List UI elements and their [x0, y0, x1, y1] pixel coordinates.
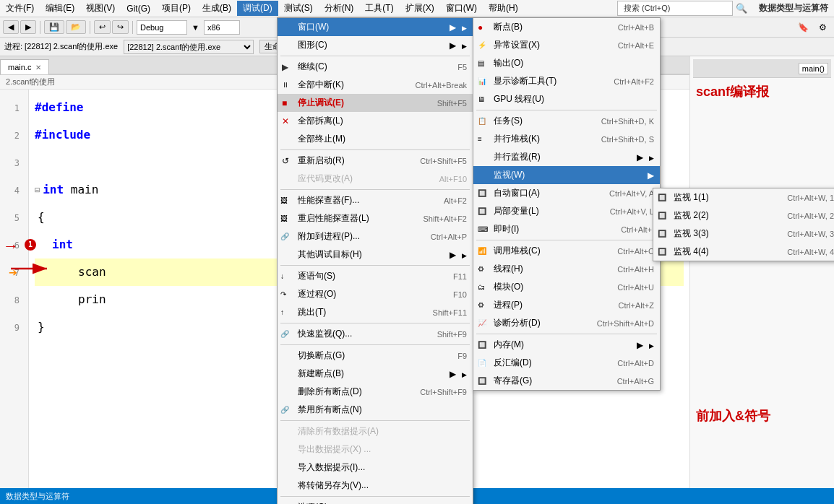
search-box[interactable]: 搜索 (Ctrl+Q) — [617, 1, 733, 16]
window-tasks[interactable]: 📋 任务(S) Ctrl+Shift+D, K — [473, 112, 660, 130]
debug-menu-toggle-bp[interactable]: 切换断点(G) F9 — [278, 347, 473, 365]
window-locals[interactable]: 🔲 局部变量(L) Ctrl+Alt+V, L — [473, 202, 660, 220]
quick-watch-icon: 🔗 — [280, 330, 289, 338]
attach-icon: 🔗 — [280, 233, 289, 240]
arrow-right-icon-4: ▶ — [450, 369, 467, 379]
debug-menu-disable-bp[interactable]: 🔗 禁用所有断点(N) — [278, 401, 473, 419]
detach-icon: ✕ — [282, 116, 289, 126]
debug-menu-profiler[interactable]: 🖼 性能探查器(F)... Alt+F2 — [278, 191, 473, 209]
window-gpu[interactable]: 🖥 GPU 线程(U) — [473, 90, 660, 108]
debug-menu-break-all[interactable]: ⏸ 全部中断(K) Ctrl+Alt+Break — [278, 76, 473, 94]
menu-build[interactable]: 生成(B) — [197, 1, 237, 16]
process-select[interactable]: [22812] 2.scanf的使用.exe — [124, 40, 254, 54]
menubar: 文件(F) 编辑(E) 视图(V) Git(G) 项目(P) 生成(B) 调试(… — [0, 0, 834, 17]
window-processes[interactable]: ⚙ 进程(P) Ctrl+Alt+Z — [473, 296, 660, 314]
window-breakpoints[interactable]: ● 断点(B) Ctrl+Alt+B — [473, 18, 660, 36]
callstack-icon: 📶 — [478, 247, 486, 255]
open-btn[interactable]: 📂 — [66, 20, 86, 34]
watch-4[interactable]: 🔲 监视 4(4) Ctrl+Alt+W, 4 — [653, 243, 834, 261]
line-3: 3 — [0, 150, 24, 178]
menu-view[interactable]: 视图(V) — [80, 1, 121, 16]
window-output[interactable]: ▤ 输出(O) — [473, 54, 660, 72]
debug-menu-delete-bp[interactable]: 删除所有断点(D) Ctrl+Shift+F9 — [278, 383, 473, 401]
debug-menu-new-bp[interactable]: 新建断点(B) ▶ — [278, 365, 473, 383]
window-call-stack[interactable]: 📶 调用堆栈(C) Ctrl+Alt+C — [473, 242, 660, 260]
debug-menu-save-dump[interactable]: 将转储另存为(V)... — [278, 477, 473, 495]
tab-main-c[interactable]: main.c ✕ — [0, 59, 49, 74]
sep3 — [280, 189, 470, 190]
undo-btn[interactable]: ↩ — [94, 20, 111, 34]
debug-menu-restart[interactable]: ↺ 重新启动(R) Ctrl+Shift+F5 — [278, 152, 473, 170]
bookmark-icon[interactable]: 🔖 — [794, 22, 813, 32]
debug-menu-graphics[interactable]: 图形(C) ▶ — [278, 36, 473, 54]
sep4 — [280, 265, 470, 266]
debug-menu-step-over[interactable]: ↷ 逐过程(O) F10 — [278, 285, 473, 303]
line-1: 1 — [0, 95, 24, 123]
settings-icon[interactable]: ⚙ — [814, 22, 831, 32]
menu-git[interactable]: Git(G) — [121, 2, 156, 15]
menu-debug[interactable]: 调试(D) — [237, 1, 278, 16]
debug-menu-clear-tips[interactable]: 清除所有数据提示(A) — [278, 422, 473, 440]
menu-project[interactable]: 项目(P) — [156, 1, 197, 16]
shortcut-continue: F5 — [457, 63, 467, 71]
redo-btn[interactable]: ↪ — [112, 20, 129, 34]
debug-menu-step-into[interactable]: ↓ 逐语句(S) F11 — [278, 267, 473, 285]
debug-menu-continue[interactable]: ▶ 继续(C) F5 — [278, 58, 473, 76]
menu-extend[interactable]: 扩展(X) — [400, 1, 440, 16]
debug-menu-quick-watch[interactable]: 🔗 快速监视(Q)... Shift+F9 — [278, 325, 473, 343]
menu-edit[interactable]: 编辑(E) — [40, 1, 80, 16]
debug-menu-attach[interactable]: 🔗 附加到进程(P)... Ctrl+Alt+P — [278, 227, 473, 246]
debug-menu-export-tips[interactable]: 导出数据提示(X) ... — [278, 440, 473, 459]
platform-input[interactable] — [204, 20, 240, 35]
save-btn[interactable]: 💾 — [44, 20, 64, 34]
debug-menu-other-targets[interactable]: 其他调试目标(H) ▶ — [278, 246, 473, 264]
watch-2[interactable]: 🔲 监视 2(2) Ctrl+Alt+W, 2 — [653, 207, 834, 225]
debug-menu-terminate[interactable]: 全部终止(M) — [278, 130, 473, 148]
debug-menu-detach[interactable]: ✕ 全部拆离(L) — [278, 112, 473, 130]
window-memory[interactable]: 🔲 内存(M) ▶ — [473, 336, 660, 354]
sep6 — [280, 344, 470, 345]
step-out-icon: ↑ — [280, 308, 284, 316]
nav-forward[interactable]: ▶ — [20, 20, 36, 34]
window-diag-analysis[interactable]: 📈 诊断分析(D) Ctrl+Shift+Alt+D — [473, 314, 660, 332]
step-into-icon: ↓ — [280, 272, 284, 280]
window-disassembly[interactable]: 📄 反汇编(D) Ctrl+Alt+D — [473, 354, 660, 372]
debug-menu-import-tips[interactable]: 导入数据提示(I)... — [278, 459, 473, 477]
window-exceptions[interactable]: ⚡ 异常设置(X) Ctrl+Alt+E — [473, 36, 660, 54]
window-threads[interactable]: ⚙ 线程(H) Ctrl+Alt+H — [473, 260, 660, 278]
menu-test[interactable]: 测试(S) — [278, 1, 319, 16]
tab-label: main.c — [8, 63, 31, 71]
window-parallel-stacks[interactable]: ≡ 并行堆栈(K) Ctrl+Shift+D, S — [473, 130, 660, 148]
watch-1[interactable]: 🔲 监视 1(1) Ctrl+Alt+W, 1 — [653, 188, 834, 207]
close-icon[interactable]: ✕ — [35, 64, 41, 71]
func-selector[interactable]: main() — [799, 63, 828, 74]
window-diag-tools[interactable]: 📊 显示诊断工具(T) Ctrl+Alt+F2 — [473, 72, 660, 90]
debug-menu-stop[interactable]: ■ 停止调试(E) Shift+F5 — [278, 94, 473, 112]
window-submenu: ● 断点(B) Ctrl+Alt+B ⚡ 异常设置(X) Ctrl+Alt+E … — [473, 17, 661, 391]
debug-menu-step-out[interactable]: ↑ 跳出(T) Shift+F11 — [278, 303, 473, 321]
window-autos[interactable]: 🔲 自动窗口(A) Ctrl+Alt+V, A — [473, 184, 660, 202]
nav-back[interactable]: ◀ — [3, 20, 19, 34]
debug-menu-restart-profiler[interactable]: 🖼 重启性能探查器(L) Shift+Alt+F2 — [278, 209, 473, 227]
watch3-icon: 🔲 — [658, 230, 666, 238]
window-watch[interactable]: 监视(W) ▶ — [473, 166, 660, 184]
status-text: 数据类型与运算符 — [6, 491, 69, 502]
search-icon[interactable]: 🔍 — [736, 3, 747, 14]
immediate-icon: ⌨ — [478, 225, 488, 233]
debug-menu-options[interactable]: ⚙ 选项(O)... — [278, 498, 473, 504]
arrow-right-icon-2: ▶ — [450, 40, 467, 51]
menu-help[interactable]: 帮助(H) — [483, 1, 524, 16]
window-immediate[interactable]: ⌨ 即时(I) Ctrl+Alt+I — [473, 220, 660, 238]
debug-menu-apply[interactable]: 应代码更改(A) Alt+F10 — [278, 170, 473, 188]
debug-menu-window[interactable]: 窗口(W) ▶ — [278, 18, 473, 36]
window-registers[interactable]: 🔲 寄存器(G) Ctrl+Alt+G — [473, 372, 660, 390]
menu-tools[interactable]: 工具(T) — [359, 1, 399, 16]
shortcut-restart: Ctrl+Shift+F5 — [420, 157, 467, 165]
window-parallel-watch[interactable]: 并行监视(R) ▶ — [473, 148, 660, 166]
window-modules[interactable]: 🗂 模块(O) Ctrl+Alt+U — [473, 278, 660, 296]
menu-window[interactable]: 窗口(W) — [440, 1, 483, 16]
menu-analyze[interactable]: 分析(N) — [319, 1, 360, 16]
watch-3[interactable]: 🔲 监视 3(3) Ctrl+Alt+W, 3 — [653, 225, 834, 243]
menu-file[interactable]: 文件(F) — [0, 1, 40, 16]
config-input[interactable] — [137, 20, 187, 35]
